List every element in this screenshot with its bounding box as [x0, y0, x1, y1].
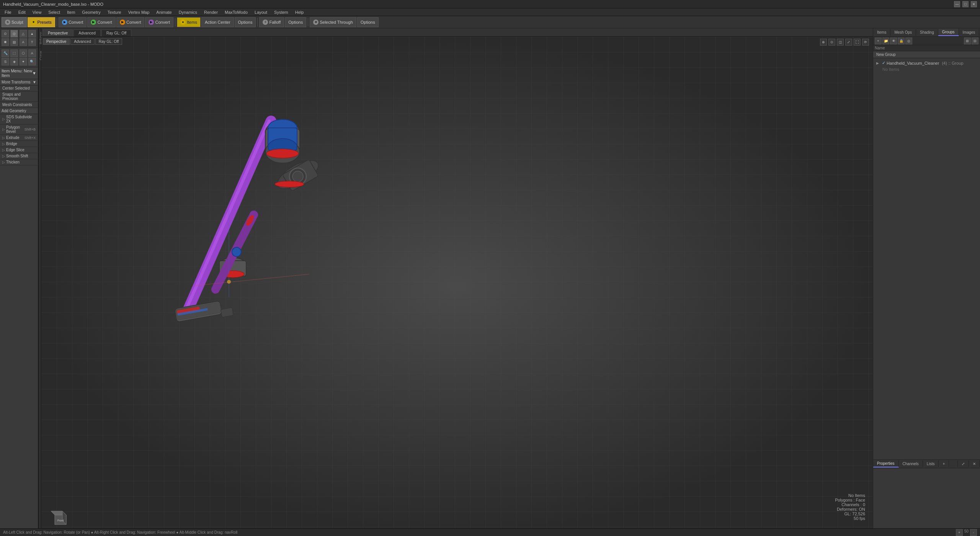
strip-polygon[interactable]: Polygon	[39, 28, 41, 47]
menu-edit[interactable]: Edit	[15, 9, 29, 15]
add-geometry-header[interactable]: Add Geometry	[0, 108, 38, 114]
edge-slice-item[interactable]: ▷ Edge Slice	[0, 147, 38, 153]
extrude-item[interactable]: ▷ Extrude Shift+X	[0, 135, 38, 141]
tool-icon-7[interactable]: A	[20, 38, 27, 46]
rp-render-btn[interactable]: ◎	[905, 38, 912, 44]
snaps-precision-item[interactable]: Snaps and Precision	[0, 92, 38, 102]
tool-s-2[interactable]: ⬚	[10, 49, 18, 57]
menu-file[interactable]: File	[2, 9, 15, 15]
advanced-mode-btn[interactable]: Advanced	[70, 38, 94, 45]
smooth-shift-item[interactable]: ▷ Smooth Shift	[0, 153, 38, 159]
menu-animate[interactable]: Animate	[153, 9, 175, 15]
tool-icon-8[interactable]: T	[28, 38, 36, 46]
rp-lock-btn[interactable]: 🔒	[898, 38, 905, 44]
menu-system[interactable]: System	[271, 9, 291, 15]
maximize-button[interactable]: □	[962, 1, 969, 7]
menu-vertexmap[interactable]: Vertex Map	[125, 9, 153, 15]
tool-icon-5[interactable]: ✱	[2, 38, 9, 46]
rp-expand-btn[interactable]: ⤢	[957, 461, 969, 467]
tool-icon-2[interactable]: ◎	[10, 30, 18, 38]
rp-filter2-btn[interactable]: ⊟	[972, 38, 978, 44]
presets-button[interactable]: ★ Presets	[28, 17, 55, 27]
menu-dynamics[interactable]: Dynamics	[176, 9, 200, 15]
status-zoom-in[interactable]: +	[956, 529, 963, 536]
convert-button-3[interactable]: ▶ Convert	[116, 17, 145, 27]
tool-icon-3[interactable]: △	[20, 30, 27, 38]
falloff-button[interactable]: ◊ Falloff	[259, 17, 284, 27]
view-ctrl-6[interactable]: ⟳	[862, 39, 869, 46]
sds-subdivide-item[interactable]: ▷ SDS Subdivide 2X	[0, 114, 38, 124]
menu-item[interactable]: Item	[64, 9, 78, 15]
rp-folder-btn[interactable]: 📁	[882, 38, 889, 44]
view-ctrl-4[interactable]: ⤢	[845, 39, 852, 46]
options-button-3[interactable]: Options	[357, 17, 379, 27]
tree-item-child-1[interactable]: No Items	[881, 66, 978, 72]
options-button-2[interactable]: Options	[285, 17, 306, 27]
rp-close-btn[interactable]: ✕	[969, 461, 980, 467]
navigation-cube[interactable]: Front	[49, 505, 72, 528]
tab-channels[interactable]: Channels	[899, 461, 923, 467]
tool-s-1[interactable]: 🔧	[2, 49, 9, 57]
menu-help[interactable]: Help	[292, 9, 307, 15]
rp-eye-btn[interactable]: 👁	[890, 38, 897, 44]
action-center-button[interactable]: Action Center	[201, 17, 234, 27]
rp-new-btn[interactable]: +	[875, 38, 882, 44]
items-button[interactable]: ● Items	[177, 17, 201, 27]
selected-through-button[interactable]: ⊗ Selected Through	[310, 17, 356, 27]
tab-items[interactable]: Items	[873, 29, 890, 36]
status-zoom-out[interactable]: -	[970, 529, 977, 536]
bridge-item[interactable]: ▷ Bridge	[0, 141, 38, 147]
view-ctrl-2[interactable]: ⊙	[828, 39, 835, 46]
options-button-1[interactable]: Options	[235, 17, 256, 27]
view-ctrl-5[interactable]: ⛶	[854, 39, 861, 46]
tab-mesh-ops[interactable]: Mesh Ops	[890, 29, 916, 36]
rp-filter-btn[interactable]: ⊞	[964, 38, 971, 44]
tab-plus[interactable]: +	[939, 461, 949, 467]
tab-groups[interactable]: Groups	[938, 29, 959, 36]
menu-layout[interactable]: Layout	[252, 9, 270, 15]
3d-viewport[interactable]: Perspective Advanced Ray GL: Off ⊕ ⊙ ◫ ⤢…	[41, 37, 873, 536]
view-ctrl-3[interactable]: ◫	[837, 39, 844, 46]
polygon-bevel-item[interactable]: ▷ Polygon Bevel Shift+B	[0, 124, 38, 135]
tab-lists[interactable]: Lists	[923, 461, 939, 467]
tool-icon-4[interactable]: ▲	[28, 30, 36, 38]
sculpt-button[interactable]: S Sculpt	[2, 17, 27, 27]
more-transforms-header[interactable]: More Transforms ▼	[0, 79, 38, 85]
tab-advanced[interactable]: Advanced	[74, 29, 100, 36]
tool-s-5[interactable]: S	[2, 58, 9, 65]
menu-render[interactable]: Render	[201, 9, 221, 15]
convert-button-2[interactable]: ▶ Convert	[87, 17, 116, 27]
tab-perspective[interactable]: Perspective	[43, 29, 73, 36]
perspective-mode-btn[interactable]: Perspective	[43, 38, 70, 45]
close-button[interactable]: ✕	[971, 1, 977, 7]
center-selected-item[interactable]: Center Selected	[0, 85, 38, 92]
tab-shading[interactable]: Shading	[916, 29, 938, 36]
tool-s-8[interactable]: 🔍	[28, 58, 36, 65]
tree-item-root[interactable]: ▶ ✓ Handheld_Vacuum_Cleaner (4) :: Group	[875, 60, 978, 66]
convert-button-4[interactable]: ▶ Convert	[145, 17, 173, 27]
tool-s-3[interactable]: ⬡	[20, 49, 27, 57]
view-ctrl-1[interactable]: ⊕	[820, 39, 827, 46]
menu-geometry[interactable]: Geometry	[79, 9, 103, 15]
strip-curve[interactable]: Curve	[39, 47, 41, 63]
thicken-item[interactable]: ▷ Thicken	[0, 159, 38, 165]
tool-icon-6[interactable]: ▤	[10, 38, 18, 46]
tab-properties[interactable]: Properties	[873, 460, 899, 467]
menu-view[interactable]: View	[29, 9, 45, 15]
ray-gl-btn[interactable]: Ray GL: Off	[95, 38, 122, 45]
item-menu-dropdown[interactable]: Item Menu: New Item ▼	[0, 67, 38, 79]
minimize-button[interactable]: —	[954, 1, 960, 7]
scene-tree[interactable]: ▶ ✓ Handheld_Vacuum_Cleaner (4) :: Group…	[873, 58, 980, 459]
tab-images[interactable]: Images	[959, 29, 980, 36]
menu-maxtomodo[interactable]: MaxToModo	[222, 9, 251, 15]
new-group-button[interactable]: New Group	[873, 51, 980, 58]
tool-s-4[interactable]: A	[28, 49, 36, 57]
mesh-constraints-item[interactable]: Mesh Constraints	[0, 102, 38, 108]
menu-select[interactable]: Select	[45, 9, 63, 15]
tool-s-6[interactable]: ◈	[10, 58, 18, 65]
convert-button-1[interactable]: ▶ Convert	[59, 17, 87, 27]
tool-icon-1[interactable]: ⊙	[2, 30, 9, 38]
tab-ray-gl[interactable]: Ray GL: Off	[101, 29, 132, 36]
tool-s-7[interactable]: ✦	[20, 58, 27, 65]
menu-texture[interactable]: Texture	[105, 9, 124, 15]
